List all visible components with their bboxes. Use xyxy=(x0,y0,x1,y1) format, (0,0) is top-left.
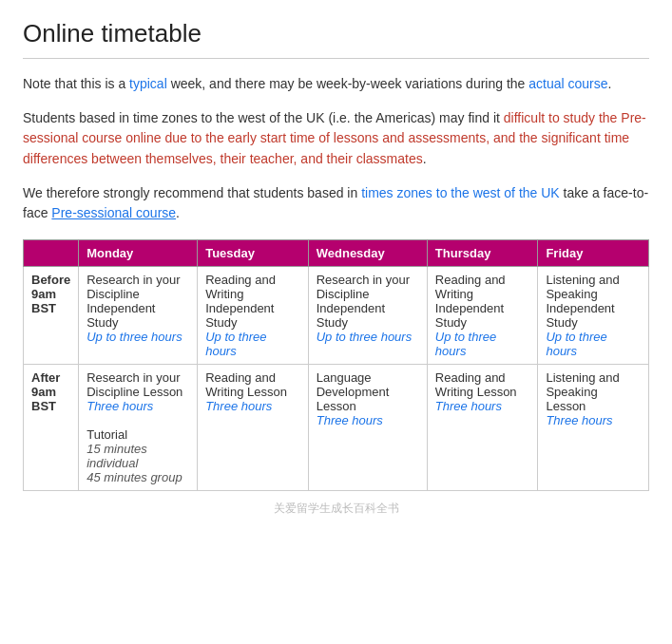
cell-time: Three hours xyxy=(546,413,641,427)
cell-text: Study xyxy=(205,315,300,330)
cell-text: Reading and xyxy=(435,273,530,287)
cell-text: Lesson xyxy=(317,399,419,413)
header-thursday: Thursday xyxy=(427,240,538,267)
cell-text: Study xyxy=(546,315,641,330)
header-empty xyxy=(24,240,79,267)
cell-before-fri: Listening and Speaking Independent Study… xyxy=(538,267,649,365)
cell-time: Up to three hours xyxy=(86,330,189,344)
cell-after-wed: Language Development Lesson Three hours xyxy=(308,365,427,491)
cell-before-thu: Reading and Writing Independent Study Up… xyxy=(427,267,538,365)
cell-text: Reading and xyxy=(205,273,300,287)
timetable: Monday Tuesday Wednesday Thursday Friday… xyxy=(23,239,649,491)
watermark: 关爱留学生成长百科全书 xyxy=(23,501,649,517)
table-row-after-9am: After9amBST Research in your Discipline … xyxy=(24,365,649,491)
cell-before-tue: Reading and Writing Independent Study Up… xyxy=(198,267,309,365)
note-highlight-course: actual course xyxy=(528,76,607,91)
cell-time: Three hours xyxy=(86,399,189,413)
cell-time: Up to three hours xyxy=(435,330,530,358)
note-highlight-typical: typical xyxy=(129,76,167,91)
cell-text: Independent xyxy=(546,301,641,315)
cell-text: Research in your xyxy=(317,273,419,287)
cell-text: Speaking Lesson xyxy=(546,385,641,413)
recommendation-paragraph: We therefore strongly recommend that stu… xyxy=(23,183,649,224)
cell-text: Independent xyxy=(205,301,300,315)
cell-text: Discipline xyxy=(317,287,419,301)
header-wednesday: Wednesday xyxy=(308,240,427,267)
note-paragraph: Note that this is a typical week, and th… xyxy=(23,74,649,95)
cell-after-fri: Listening and Speaking Lesson Three hour… xyxy=(538,365,649,491)
cell-time: Three hours xyxy=(435,399,530,413)
cell-text: Reading and xyxy=(435,370,530,385)
cell-text: Writing xyxy=(435,287,530,301)
cell-tutorial-individual: individual xyxy=(86,456,189,470)
cell-text: Study xyxy=(435,315,530,330)
cell-tutorial-label: Tutorial xyxy=(86,427,189,442)
cell-before-mon: Research in your Discipline Independent … xyxy=(79,267,198,365)
cell-text: Independent xyxy=(435,301,530,315)
cell-tutorial-time1: 15 minutes xyxy=(86,442,189,456)
cell-text: Independent Study xyxy=(86,301,189,330)
cell-after-mon: Research in your Discipline Lesson Three… xyxy=(79,365,198,491)
cell-after-tue: Reading and Writing Lesson Three hours xyxy=(198,365,309,491)
header-friday: Friday xyxy=(538,240,649,267)
cell-after-thu: Reading and Writing Lesson Three hours xyxy=(427,365,538,491)
cell-text: Writing xyxy=(205,287,300,301)
cell-text: Language xyxy=(317,370,419,385)
cell-text: Development xyxy=(317,385,419,399)
header-tuesday: Tuesday xyxy=(198,240,309,267)
table-row-before-9am: Before9amBST Research in your Discipline… xyxy=(24,267,649,365)
cell-tutorial-group: 45 minutes group xyxy=(86,470,189,484)
cell-before-wed: Research in your Discipline Independent … xyxy=(308,267,427,365)
cell-text: Discipline Lesson xyxy=(86,385,189,399)
cell-text: Reading and xyxy=(205,370,300,385)
cell-text: Independent Study xyxy=(317,301,419,330)
cell-text: Writing Lesson xyxy=(435,385,530,399)
cell-time: Up to three hours xyxy=(317,330,419,344)
cell-text: Speaking xyxy=(546,287,641,301)
cell-text: Research in your xyxy=(86,273,189,287)
cell-text: Writing Lesson xyxy=(205,385,300,399)
label-before-9am: Before9amBST xyxy=(24,267,79,365)
cell-time: Up to three hours xyxy=(205,330,300,358)
warning-paragraph: Students based in time zones to the west… xyxy=(23,108,649,170)
cell-time: Up to three hours xyxy=(546,330,641,358)
table-header-row: Monday Tuesday Wednesday Thursday Friday xyxy=(24,240,649,267)
warning-highlight-difficult: difficult to study the Pre-sessional cou… xyxy=(23,110,646,166)
rec-link-presessional[interactable]: Pre-sessional course xyxy=(51,205,176,220)
cell-time: Three hours xyxy=(317,413,419,427)
cell-text: Research in your xyxy=(86,370,189,385)
header-monday: Monday xyxy=(79,240,198,267)
page-title: Online timetable xyxy=(23,19,649,48)
cell-text: Listening and xyxy=(546,370,641,385)
label-after-9am: After9amBST xyxy=(24,365,79,491)
cell-time: Three hours xyxy=(205,399,300,413)
cell-text: Discipline xyxy=(86,287,189,301)
rec-highlight-timezones: times zones to the west of the UK xyxy=(361,185,560,200)
cell-text: Listening and xyxy=(546,273,641,287)
